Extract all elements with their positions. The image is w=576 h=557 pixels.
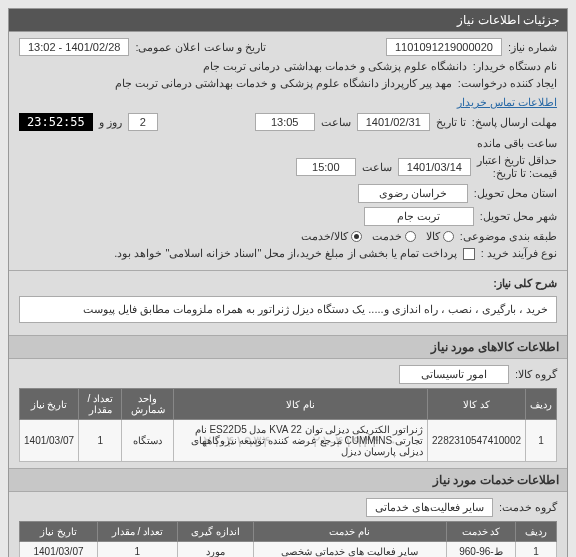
row-deadline: مهلت ارسال پاسخ: تا تاریخ 1401/02/31 ساع…: [19, 113, 557, 150]
process-label: نوع فرآیند خرید :: [481, 247, 557, 260]
goods-group-label: گروه کالا:: [515, 368, 557, 381]
row-need-number: شماره نیاز: 1101091219000020 تاریخ و ساع…: [19, 38, 557, 56]
announce-value: 1401/02/28 - 13:02: [19, 38, 129, 56]
buyer-label: نام دستگاه خریدار:: [473, 60, 557, 73]
srv-code: ط-96-960: [446, 542, 515, 557]
goods-code: 2282310547410002: [428, 420, 526, 462]
services-section-title: اطلاعات خدمات مورد نیاز: [9, 468, 567, 492]
col-code: کد کالا: [428, 389, 526, 420]
radio-dot-icon: [405, 231, 416, 242]
validity-date: 1401/03/14: [398, 158, 471, 176]
srv-row-no: 1: [516, 542, 557, 557]
row-creator: ایجاد کننده درخواست: مهد پیر کارپرداز دا…: [19, 77, 557, 109]
radio-both[interactable]: کالا/خدمت: [301, 230, 362, 243]
contact-link[interactable]: اطلاعات تماس خریدار: [457, 96, 557, 109]
remaining-label: ساعت باقی مانده: [477, 137, 557, 150]
deadline-date-label: تا تاریخ: [436, 116, 466, 129]
announce-label: تاریخ و ساعت اعلان عمومی:: [135, 41, 265, 54]
scol-code: کد خدمت: [446, 522, 515, 542]
goods-name: ژنراتور الكتريكی ديزلی توان KVA 22 مدل E…: [191, 424, 423, 457]
process-note: پرداخت تمام یا بخشی از مبلغ خرید،از محل …: [114, 247, 457, 260]
panel-body: شماره نیاز: 1101091219000020 تاریخ و ساع…: [9, 32, 567, 270]
buyer-value: دانشگاه علوم پزشکی و خدمات بهداشتی درمان…: [203, 60, 466, 73]
col-unit: واحد شمارش: [122, 389, 174, 420]
services-table: ردیف کد خدمت نام خدمت اندازه گیری تعداد …: [19, 521, 557, 557]
radio-dot-checked-icon: [351, 231, 362, 242]
scol-unit: اندازه گیری: [177, 522, 253, 542]
deadline-time: 13:05: [255, 113, 315, 131]
srv-name: سایر فعالیت های خدماتی شخصی: [253, 542, 446, 557]
process-checkbox[interactable]: [463, 248, 475, 260]
col-row: ردیف: [526, 389, 557, 420]
services-row: 1 ط-96-960 سایر فعالیت های خدماتی شخصی م…: [20, 542, 557, 557]
goods-qty: 1: [79, 420, 122, 462]
radio-goods[interactable]: کالا: [426, 230, 454, 243]
creator-label: ایجاد کننده درخواست:: [458, 77, 557, 90]
classify-label: طبقه بندی موضوعی:: [460, 230, 557, 243]
radio-service-label: خدمت: [372, 230, 402, 243]
row-province: استان محل تحویل: خراسان رضوی: [19, 184, 557, 203]
goods-body: گروه کالا: امور تاسیساتی ردیف کد کالا نا…: [9, 359, 567, 468]
goods-unit: دستگاه: [122, 420, 174, 462]
need-no-value: 1101091219000020: [386, 38, 502, 56]
city-value: تربت جام: [364, 207, 474, 226]
radio-service[interactable]: خدمت: [372, 230, 416, 243]
srv-unit: مورد: [177, 542, 253, 557]
row-validity: حداقل تاریخ اعتبار قیمت: تا تاریخ: 1401/…: [19, 154, 557, 180]
summary-label: شرح کلی نیاز:: [19, 277, 557, 290]
validity-sub: قیمت: تا تاریخ:: [477, 167, 557, 180]
services-header-row: ردیف کد خدمت نام خدمت اندازه گیری تعداد …: [20, 522, 557, 542]
scol-row: ردیف: [516, 522, 557, 542]
srv-date: 1401/03/07: [20, 542, 98, 557]
validity-time: 15:00: [296, 158, 356, 176]
creator-value: مهد پیر کارپرداز دانشگاه علوم پزشکی و خد…: [115, 77, 452, 90]
radio-goods-label: کالا: [426, 230, 440, 243]
services-group-label: گروه خدمت:: [499, 501, 557, 514]
row-process: نوع فرآیند خرید : پرداخت تمام یا بخشی از…: [19, 247, 557, 260]
scol-name: نام خدمت: [253, 522, 446, 542]
province-value: خراسان رضوی: [358, 184, 468, 203]
need-no-label: شماره نیاز:: [508, 41, 557, 54]
goods-date: 1401/03/07: [20, 420, 79, 462]
panel-title: جزئیات اطلاعات نیاز: [9, 9, 567, 32]
col-qty: تعداد / مقدار: [79, 389, 122, 420]
col-name: نام کالا: [173, 389, 427, 420]
countdown-timer: 23:52:55: [19, 113, 93, 131]
row-buyer: نام دستگاه خریدار: دانشگاه علوم پزشکی و …: [19, 60, 557, 73]
goods-name-cell: ژنراتور الكتريكی ديزلی توان KVA 22 مدل E…: [173, 420, 427, 462]
goods-section-title: اطلاعات كالاهای مورد نياز: [9, 335, 567, 359]
col-date: تاریخ نیاز: [20, 389, 79, 420]
goods-header-row: ردیف کد کالا نام کالا واحد شمارش تعداد /…: [20, 389, 557, 420]
goods-row: 1 2282310547410002 ژنراتور الكتريكی ديزل…: [20, 420, 557, 462]
row-city: شهر محل تحویل: تربت جام: [19, 207, 557, 226]
summary-text: خرید ، بارگیری ، نصب ، راه اندازی و.....…: [19, 296, 557, 323]
validity-label: حداقل تاریخ اعتبار: [477, 154, 557, 167]
day-label: روز و: [99, 116, 122, 129]
scol-date: تاریخ نیاز: [20, 522, 98, 542]
goods-row-no: 1: [526, 420, 557, 462]
city-label: شهر محل تحویل:: [480, 210, 557, 223]
goods-group-row: گروه کالا: امور تاسیساتی: [19, 365, 557, 384]
goods-group-value: امور تاسیساتی: [399, 365, 509, 384]
classify-radios: کالا خدمت کالا/خدمت: [301, 230, 454, 243]
deadline-label: مهلت ارسال پاسخ:: [472, 116, 557, 129]
details-panel: جزئیات اطلاعات نیاز شماره نیاز: 11010912…: [8, 8, 568, 557]
radio-dot-icon: [443, 231, 454, 242]
province-label: استان محل تحویل:: [474, 187, 557, 200]
radio-both-label: کالا/خدمت: [301, 230, 348, 243]
services-group-row: گروه خدمت: سایر فعالیت‌های خدماتی: [19, 498, 557, 517]
goods-table: ردیف کد کالا نام کالا واحد شمارش تعداد /…: [19, 388, 557, 462]
row-classify: طبقه بندی موضوعی: کالا خدمت کالا/خدمت: [19, 230, 557, 243]
services-group-value: سایر فعالیت‌های خدماتی: [366, 498, 493, 517]
srv-qty: 1: [98, 542, 178, 557]
deadline-date: 1401/02/31: [357, 113, 430, 131]
services-body: گروه خدمت: سایر فعالیت‌های خدماتی ردیف ک…: [9, 492, 567, 557]
time-label-1: ساعت: [321, 116, 351, 129]
time-label-2: ساعت: [362, 161, 392, 174]
summary-block: شرح کلی نیاز: خرید ، بارگیری ، نصب ، راه…: [9, 270, 567, 335]
scol-qty: تعداد / مقدار: [98, 522, 178, 542]
days-remaining: 2: [128, 113, 158, 131]
